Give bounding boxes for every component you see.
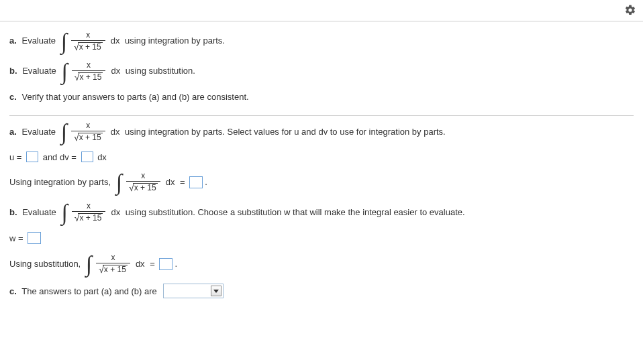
part-c-label: c. [9, 286, 17, 296]
part-c-text: Verify that your answers to parts (a) an… [19, 91, 249, 103]
u-dv-line: u = and dv = dx [9, 151, 634, 162]
dx: dx [111, 35, 120, 47]
work-a-tail: using integration by parts. Select value… [122, 127, 445, 137]
integral-sign: ∫ [61, 123, 67, 141]
part-a-label: a. [9, 127, 17, 137]
work-a-prompt: a. Evaluate ∫ x √x + 15 dx using integra… [9, 121, 634, 142]
work-b-tail: using substitution. Choose a substitutio… [123, 207, 464, 217]
part-b-label: b. [9, 207, 17, 217]
parts-result-line: Using integration by parts, ∫ x √x + 15 … [9, 172, 634, 192]
part-a-statement: a. Evaluate ∫ x √x + 15 dx using integra… [9, 31, 634, 52]
using-sub-text: Using substitution, [9, 259, 83, 269]
problem-statement: a. Evaluate ∫ x √x + 15 dx using integra… [9, 31, 634, 111]
u-equals: u = [9, 152, 24, 162]
evaluate-text: Evaluate [20, 65, 59, 77]
section-divider [9, 115, 634, 116]
dx: dx [111, 65, 120, 77]
sub-answer-input[interactable] [159, 258, 172, 270]
part-b-label: b. [9, 65, 17, 77]
dx-after: dx [95, 152, 107, 162]
evaluate-text: Evaluate [19, 35, 58, 47]
gear-icon[interactable] [624, 4, 636, 18]
part-a-label: a. [9, 35, 17, 47]
and-dv: and dv = [40, 152, 79, 162]
chevron-down-icon [211, 286, 221, 296]
integral-sign: ∫ [61, 62, 67, 80]
using-parts-text: Using integration by parts, [9, 177, 113, 187]
w-equals: w = [9, 233, 26, 243]
part-b-statement: b. Evaluate ∫ x √x + 15 dx using substit… [9, 61, 634, 82]
fraction-denom: √x + 15 [71, 40, 105, 52]
work-c-line: c. The answers to part (a) and (b) are [9, 284, 634, 298]
integral-sign: ∫ [61, 203, 67, 221]
integrand-fraction: x √x + 15 [71, 31, 105, 52]
u-input[interactable] [26, 151, 38, 162]
integral-sign: ∫ [86, 255, 92, 273]
integral-sign: ∫ [116, 173, 122, 191]
consistency-select[interactable] [163, 284, 224, 298]
w-line: w = [9, 232, 634, 244]
question-content: a. Evaluate ∫ x √x + 15 dx using integra… [0, 21, 643, 317]
part-c-statement: c. Verify that your answers to parts (a)… [9, 91, 634, 103]
part-c-label: c. [9, 91, 17, 103]
parts-answer-input[interactable] [189, 176, 203, 188]
work-b-prompt: b. Evaluate ∫ x √x + 15 dx using substit… [9, 202, 634, 223]
integrand-fraction: x √x + 15 [72, 61, 106, 82]
fraction-numer: x [83, 31, 93, 40]
work-c-text: The answers to part (a) and (b) are [19, 286, 160, 296]
part-a-tail: using integration by parts. [122, 35, 224, 47]
toolbar [0, 0, 643, 21]
sub-result-line: Using substitution, ∫ x √x + 15 dx = . [9, 253, 634, 274]
w-input[interactable] [28, 232, 41, 244]
dv-input[interactable] [81, 151, 93, 162]
part-b-tail: using substitution. [123, 65, 195, 77]
integral-sign: ∫ [61, 32, 67, 50]
